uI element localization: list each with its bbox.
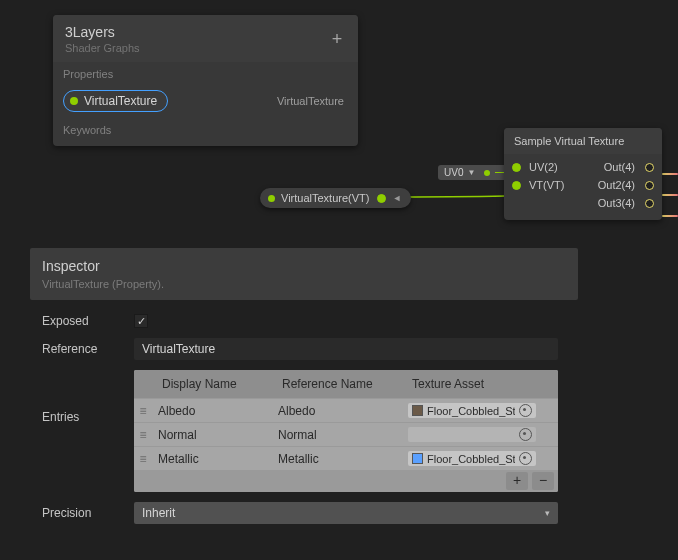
reference-label: Reference — [42, 342, 134, 356]
input-port-vt[interactable] — [512, 181, 521, 190]
object-picker-icon[interactable] — [519, 404, 532, 417]
blackboard-header: 3Layers Shader Graphs + — [53, 15, 358, 62]
property-pill[interactable]: VirtualTexture — [63, 90, 168, 112]
input-label-uv: UV(2) — [529, 161, 558, 173]
uv-channel-label: UV0 — [444, 167, 463, 178]
node-label: VirtualTexture(VT) — [281, 192, 369, 204]
texture-swatch — [412, 453, 423, 464]
precision-label: Precision — [42, 506, 134, 520]
field-precision: Precision Inherit ▾ — [42, 502, 566, 524]
cell-reference: Normal — [272, 425, 402, 445]
uv-port-dot — [484, 170, 490, 176]
exposed-label: Exposed — [42, 314, 134, 328]
output-label-out: Out(4) — [604, 161, 635, 173]
output-label-out2: Out2(4) — [598, 179, 635, 191]
texture-asset-field[interactable] — [408, 427, 536, 442]
inspector-subtitle: VirtualTexture (Property). — [42, 278, 566, 290]
blackboard-subtitle: Shader Graphs — [65, 42, 346, 54]
blackboard-section-properties: Properties — [53, 62, 358, 86]
uv-channel-dropdown[interactable]: UV0 ▼ — [438, 165, 512, 180]
input-port-uv[interactable] — [512, 163, 521, 172]
node-title: Sample Virtual Texture — [504, 128, 662, 154]
property-type-label: VirtualTexture — [277, 95, 344, 107]
object-picker-icon[interactable] — [519, 452, 532, 465]
cell-display: Metallic — [152, 449, 272, 469]
entries-label: Entries — [42, 370, 134, 424]
inspector-panel: Inspector VirtualTexture (Property). Exp… — [30, 248, 578, 544]
precision-value: Inherit — [142, 506, 175, 520]
node-type-dot — [268, 195, 275, 202]
blackboard-panel: 3Layers Shader Graphs + Properties Virtu… — [53, 15, 358, 146]
inspector-title: Inspector — [42, 258, 566, 274]
row-grip-icon[interactable]: ≡ — [134, 428, 152, 442]
texture-asset-label: Floor_Cobbled_Sto — [427, 453, 515, 465]
entries-remove-button[interactable]: − — [532, 472, 554, 490]
input-label-vt: VT(VT) — [529, 179, 564, 191]
field-exposed: Exposed ✓ — [42, 314, 566, 328]
reference-input[interactable] — [134, 338, 558, 360]
field-entries: Entries Display Name Reference Name Text… — [42, 370, 566, 492]
output-port-out2[interactable] — [645, 181, 654, 190]
cell-display: Albedo — [152, 401, 272, 421]
cell-reference: Albedo — [272, 401, 402, 421]
field-reference: Reference — [42, 338, 566, 360]
graph-node-virtualtexture[interactable]: VirtualTexture(VT) ◄ — [260, 188, 411, 208]
texture-swatch — [412, 405, 423, 416]
col-texture-asset: Texture Asset — [406, 374, 558, 394]
graph-node-sample-virtual-texture[interactable]: Sample Virtual Texture UV(2) Out(4) VT(V… — [504, 128, 662, 220]
table-row[interactable]: ≡ Albedo Albedo Floor_Cobbled_Sto — [134, 398, 558, 422]
output-label-out3: Out3(4) — [598, 197, 635, 209]
property-type-dot — [70, 97, 78, 105]
node-output-port[interactable] — [377, 194, 386, 203]
blackboard-property-row[interactable]: VirtualTexture VirtualTexture — [53, 86, 358, 118]
entries-table: Display Name Reference Name Texture Asse… — [134, 370, 558, 492]
chevron-down-icon: ▼ — [467, 168, 475, 177]
texture-asset-label: Floor_Cobbled_Sto — [427, 405, 515, 417]
output-port-out3[interactable] — [645, 199, 654, 208]
col-display-name: Display Name — [156, 374, 276, 394]
table-row[interactable]: ≡ Metallic Metallic Floor_Cobbled_Sto — [134, 446, 558, 470]
precision-dropdown[interactable]: Inherit ▾ — [134, 502, 558, 524]
row-grip-icon[interactable]: ≡ — [134, 404, 152, 418]
blackboard-section-keywords: Keywords — [53, 118, 358, 146]
texture-asset-field[interactable]: Floor_Cobbled_Sto — [408, 451, 536, 466]
entries-header-row: Display Name Reference Name Texture Asse… — [134, 370, 558, 398]
row-grip-icon[interactable]: ≡ — [134, 452, 152, 466]
blackboard-add-button[interactable]: + — [326, 29, 348, 51]
exposed-checkbox[interactable]: ✓ — [134, 314, 148, 328]
texture-asset-field[interactable]: Floor_Cobbled_Sto — [408, 403, 536, 418]
chevron-down-icon: ▾ — [545, 508, 550, 518]
node-collapse-icon[interactable]: ◄ — [392, 193, 401, 203]
entries-add-button[interactable]: + — [506, 472, 528, 490]
table-row[interactable]: ≡ Normal Normal — [134, 422, 558, 446]
property-pill-label: VirtualTexture — [84, 94, 157, 108]
cell-reference: Metallic — [272, 449, 402, 469]
col-reference-name: Reference Name — [276, 374, 406, 394]
blackboard-title: 3Layers — [65, 24, 346, 40]
output-port-out[interactable] — [645, 163, 654, 172]
object-picker-icon[interactable] — [519, 428, 532, 441]
cell-display: Normal — [152, 425, 272, 445]
entries-footer: + − — [134, 470, 558, 492]
inspector-header: Inspector VirtualTexture (Property). — [30, 248, 578, 300]
